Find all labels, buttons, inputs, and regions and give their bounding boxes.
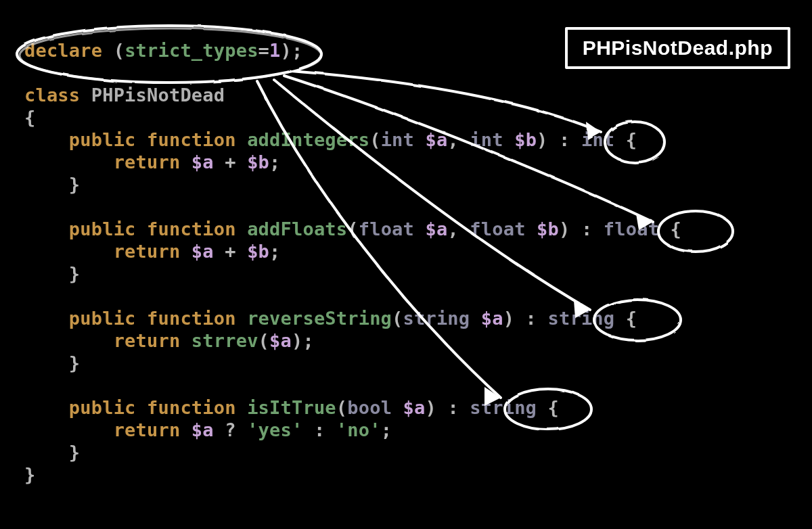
return-type-string: string (470, 397, 537, 418)
kw-return: return (114, 152, 181, 172)
fn-isItTrue: isItTrue (247, 397, 336, 418)
type-int: int (381, 129, 414, 150)
var-a: $a (425, 129, 447, 150)
blank-line (24, 285, 35, 306)
punct: ); (281, 40, 303, 61)
return-type-float: float (604, 218, 659, 239)
kw-class: class (24, 85, 80, 106)
fn-strrev: strrev (191, 330, 258, 351)
type-string: string (403, 308, 470, 329)
code-block: declare (strict_types=1); class PHPisNot… (24, 39, 681, 486)
ident-strict-types: strict_types (125, 40, 258, 61)
type-int: int (470, 129, 503, 150)
blank-line (24, 62, 35, 83)
class-name: PHPisNotDead (91, 85, 225, 106)
punct: = (258, 40, 269, 61)
slide: PHPisNotDead.php declare (strict_types=1… (0, 0, 812, 529)
brace-close: } (24, 464, 35, 485)
return-type-string: string (548, 308, 615, 329)
string-yes: 'yes' (247, 419, 302, 440)
type-float: float (359, 218, 414, 239)
blank-line (24, 196, 35, 217)
fn-reverseString: reverseString (247, 308, 392, 329)
return-type-int: int (581, 129, 614, 150)
fn-addIntegers: addIntegers (247, 129, 369, 150)
blank-line (24, 375, 35, 396)
num: 1 (269, 40, 280, 61)
var-b: $b (514, 129, 537, 150)
type-bool: bool (347, 397, 392, 418)
punct: ( (102, 40, 125, 61)
kw-public: public (69, 129, 136, 150)
kw-declare: declare (24, 40, 102, 61)
brace-open: { (24, 107, 35, 128)
brace-close: } (69, 174, 80, 195)
string-no: 'no' (336, 419, 381, 440)
fn-addFloats: addFloats (247, 218, 347, 239)
kw-function: function (147, 129, 236, 150)
